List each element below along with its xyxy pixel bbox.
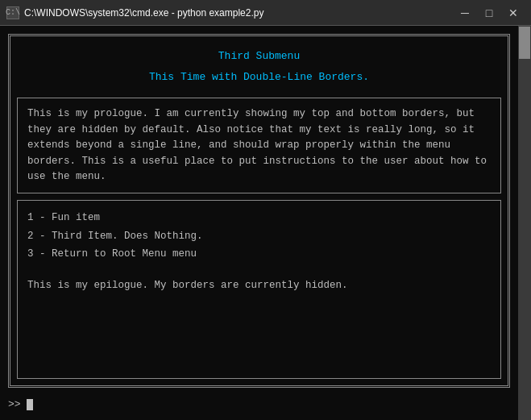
prologue-text: This is my prologue. I am currently show…: [27, 108, 487, 182]
title-bar: C:\ C:\WINDOWS\system32\cmd.exe - python…: [0, 0, 531, 26]
close-button[interactable]: ✕: [502, 5, 525, 21]
maximize-button[interactable]: □: [478, 5, 500, 21]
menu-item-3[interactable]: 3 - Return to Root Menu menu: [27, 245, 491, 264]
menu-item-2[interactable]: 2 - Third Item. Does Nothing.: [27, 227, 491, 246]
menu-item-1[interactable]: 1 - Fun item: [27, 209, 491, 227]
outer-border-box: Third Submenu This Time with Double-Line…: [8, 34, 510, 388]
terminal-content: Third Submenu This Time with Double-Line…: [8, 34, 523, 412]
scrollbar-track[interactable]: [518, 26, 531, 420]
header-section: Third Submenu This Time with Double-Line…: [17, 43, 501, 98]
window-controls: ─ □ ✕: [454, 5, 525, 21]
cursor: [27, 399, 33, 410]
epilogue-text: This is my epilogue. My borders are curr…: [27, 277, 491, 295]
scrollbar-thumb[interactable]: [519, 27, 530, 59]
menu-section: 1 - Fun item 2 - Third Item. Does Nothin…: [17, 200, 501, 379]
minimize-button[interactable]: ─: [454, 5, 476, 21]
menu-title: Third Submenu: [17, 49, 501, 64]
command-prompt[interactable]: >>: [8, 394, 510, 412]
terminal-window: Third Submenu This Time with Double-Line…: [0, 26, 531, 420]
window-title: C:\WINDOWS\system32\cmd.exe - python exa…: [24, 7, 454, 19]
prologue-section: This is my prologue. I am currently show…: [17, 98, 501, 193]
menu-subtitle: This Time with Double-Line Borders.: [17, 70, 501, 85]
app-icon: C:\: [6, 6, 19, 19]
prompt-symbol: >>: [8, 398, 21, 410]
